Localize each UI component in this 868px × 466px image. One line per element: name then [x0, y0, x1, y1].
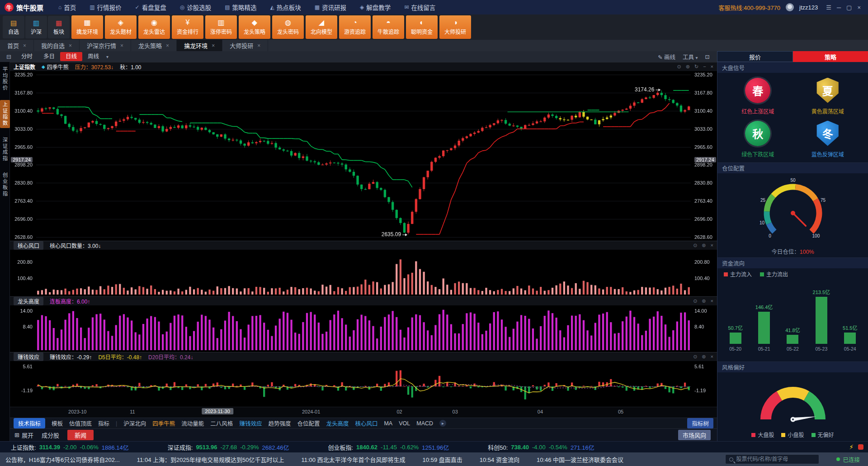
- menu-item-message[interactable]: ✉在线留言: [397, 0, 442, 14]
- close-panel-icon[interactable]: ×: [711, 354, 713, 360]
- toolbar-big-trader-track-button[interactable]: ◓牛散追踪: [373, 15, 404, 39]
- toolbar-limitup-code-button[interactable]: ▥涨停密码: [205, 15, 237, 39]
- signal-badge-cell[interactable]: 春红色上涨区域: [741, 78, 774, 115]
- indicator-赚钱效应[interactable]: 赚钱效应: [239, 419, 262, 428]
- doc-tab-龙头策略[interactable]: 龙头策略×: [131, 40, 177, 51]
- index-quote[interactable]: 深证成指:9513.96-27.68-0.29%2682.46亿: [168, 443, 289, 452]
- target-icon[interactable]: ⊙: [693, 354, 697, 360]
- moneyflow-bar[interactable]: 41.8亿05-22: [781, 326, 804, 352]
- close-tab-icon[interactable]: ×: [120, 43, 123, 49]
- close-panel-icon[interactable]: ×: [711, 243, 713, 248]
- news-item[interactable]: 10:54 资金流向: [480, 455, 519, 464]
- close-tab-icon[interactable]: ×: [257, 43, 260, 49]
- indicator-tree-button[interactable]: 指标树: [687, 418, 713, 428]
- core-wind-title[interactable]: 核心风口: [14, 241, 43, 250]
- user-avatar-icon[interactable]: [786, 3, 794, 11]
- stock-search-box[interactable]: [725, 454, 819, 464]
- toolbar-watchlist-button[interactable]: ▤自选: [3, 16, 24, 38]
- lightning-icon[interactable]: ⚡: [849, 443, 854, 451]
- indicator-估值顶底[interactable]: 估值顶底: [69, 419, 92, 428]
- tab-strategy[interactable]: 策略: [793, 51, 868, 62]
- doc-tab-擒龙环境[interactable]: 擒龙环境×: [177, 40, 222, 51]
- profit-effect-title[interactable]: 赚钱效应: [14, 352, 43, 361]
- indicator-selector[interactable]: ◆四季牛熊: [42, 63, 69, 71]
- settings-shortcut-icon[interactable]: [858, 444, 863, 450]
- indicator-龙头高度[interactable]: 龙头高度: [326, 419, 349, 428]
- menu-item-quotes[interactable]: ▥行情报价: [83, 0, 128, 14]
- leader-height-bar-chart[interactable]: [10, 305, 717, 352]
- close-panel-icon[interactable]: ×: [711, 298, 713, 304]
- main-candlestick-chart[interactable]: [10, 71, 717, 241]
- strip-上证指数[interactable]: 上证指数: [0, 100, 10, 128]
- refresh-icon[interactable]: ↻: [694, 64, 698, 70]
- signal-badge-cell[interactable]: 秋绿色下跌区域: [741, 121, 774, 158]
- draw-line-button[interactable]: ✎ 画线: [658, 52, 675, 61]
- toolbar-hot-money-track-button[interactable]: ◔游资追踪: [339, 15, 371, 39]
- toolbar-smart-money-button[interactable]: ◐聪明资金: [406, 15, 438, 39]
- toolbar-hushen-market-button[interactable]: ▥沪深: [25, 16, 47, 38]
- chart-symbol[interactable]: 上证指数: [14, 63, 35, 71]
- settings-icon[interactable]: ⊛: [702, 354, 706, 360]
- indicator-流动量能[interactable]: 流动量能: [181, 419, 204, 428]
- collapse-icon[interactable]: −: [703, 64, 706, 70]
- period-多日[interactable]: 多日: [38, 52, 60, 61]
- menu-item-research[interactable]: ▦资讯研报: [308, 0, 353, 14]
- index-quote[interactable]: 科创50:738.40-4.00-0.54%271.16亿: [488, 443, 594, 452]
- tools-button[interactable]: 工具 ▾: [683, 52, 698, 61]
- indicator-四季牛熊[interactable]: 四季牛熊: [152, 419, 175, 428]
- menu-item-home[interactable]: ⌂首页: [52, 0, 83, 14]
- target-icon[interactable]: ⊙: [677, 64, 681, 70]
- indicator-指标[interactable]: 指标: [98, 419, 109, 428]
- indicator-仓位配置[interactable]: 仓位配置: [297, 419, 320, 428]
- moneyflow-bar[interactable]: 213.5亿05-23: [810, 288, 833, 352]
- fullscreen-icon[interactable]: ⊡: [705, 53, 710, 60]
- maximize-icon[interactable]: ▢: [844, 4, 854, 11]
- indicator-沪深北向[interactable]: 沪深北向: [123, 419, 146, 428]
- toolbar-leader-radar-button[interactable]: ◉龙头雷达: [138, 15, 170, 39]
- moneyflow-bar[interactable]: 146.4亿05-21: [752, 303, 776, 352]
- strip-平均股价[interactable]: 平均股价: [0, 65, 10, 93]
- doc-tab-大师投研[interactable]: 大师投研×: [222, 40, 268, 51]
- menu-item-strategy[interactable]: ▤策略精选: [218, 0, 263, 14]
- news-item[interactable]: 10:59 盘面直击: [423, 455, 462, 464]
- indicator-趋势强度[interactable]: 趋势强度: [268, 419, 291, 428]
- toolbar-leader-code-button[interactable]: ◍龙头密码: [272, 15, 304, 39]
- indicator-MACD[interactable]: MACD: [416, 420, 433, 427]
- index-quote[interactable]: 上证指数:3114.39-2.00-0.06%1886.14亿: [11, 443, 129, 452]
- close-tab-icon[interactable]: ×: [23, 43, 26, 49]
- target-icon[interactable]: ⊙: [693, 298, 697, 304]
- signal-badge-cell[interactable]: 冬蓝色反弹区域: [811, 121, 844, 158]
- doc-tab-沪深京行情[interactable]: 沪深京行情×: [80, 40, 131, 51]
- moneyflow-bar[interactable]: 50.7亿05-20: [724, 324, 747, 352]
- close-tab-icon[interactable]: ×: [212, 43, 215, 49]
- toolbar-leader-strategy-button[interactable]: ◆龙头策略: [239, 15, 270, 39]
- doc-tab-我的自选[interactable]: 我的自选×: [34, 40, 80, 51]
- news-item[interactable]: 10:46 中国—波兰经济联委会会议: [537, 455, 623, 464]
- settings-icon[interactable]: ⊛: [686, 64, 690, 70]
- more-indicators-icon[interactable]: ▸: [439, 420, 446, 427]
- menu-item-review[interactable]: ✓看盘复盘: [128, 0, 173, 14]
- settings-icon[interactable]: ⊛: [702, 298, 706, 304]
- target-icon[interactable]: ⊙: [693, 243, 697, 248]
- minimize-icon[interactable]: ─: [834, 4, 844, 11]
- indicator-模板[interactable]: 模板: [52, 419, 63, 428]
- menu-item-stock-pick[interactable]: ◎诊股选股: [173, 0, 218, 14]
- doc-tab-首页[interactable]: 首页×: [0, 40, 34, 51]
- close-tab-icon[interactable]: ×: [166, 43, 169, 49]
- toolbar-leader-theme-button[interactable]: ◈龙头题材: [105, 15, 137, 39]
- username[interactable]: jtzz123: [799, 4, 818, 11]
- profit-effect-bar-chart[interactable]: [10, 361, 717, 407]
- news-item[interactable]: 11:04 上海：到2025年绿电交易规模达到50亿千瓦时以上: [137, 455, 284, 464]
- strip-创业板指[interactable]: 创业板指: [0, 171, 10, 199]
- indicator-技术指标[interactable]: 技术指标: [14, 418, 45, 428]
- toolbar-sector-button[interactable]: ▦板块: [48, 16, 70, 38]
- period-分时[interactable]: 分时: [16, 52, 38, 61]
- indicator-核心风口[interactable]: 核心风口: [355, 419, 377, 428]
- menu-icon[interactable]: ☰: [823, 4, 834, 11]
- toolbar-fund-rank-button[interactable]: ¥资金排行: [172, 15, 203, 39]
- indicator-二八风格[interactable]: 二八风格: [210, 419, 233, 428]
- news-tab[interactable]: 新闻: [67, 430, 94, 440]
- index-quote[interactable]: 创业板指:1840.62-11.45-0.62%1251.96亿: [328, 443, 449, 452]
- toolbar-northbound-model-button[interactable]: ◢北向模型: [306, 15, 337, 39]
- period-周线[interactable]: 周线: [82, 52, 104, 61]
